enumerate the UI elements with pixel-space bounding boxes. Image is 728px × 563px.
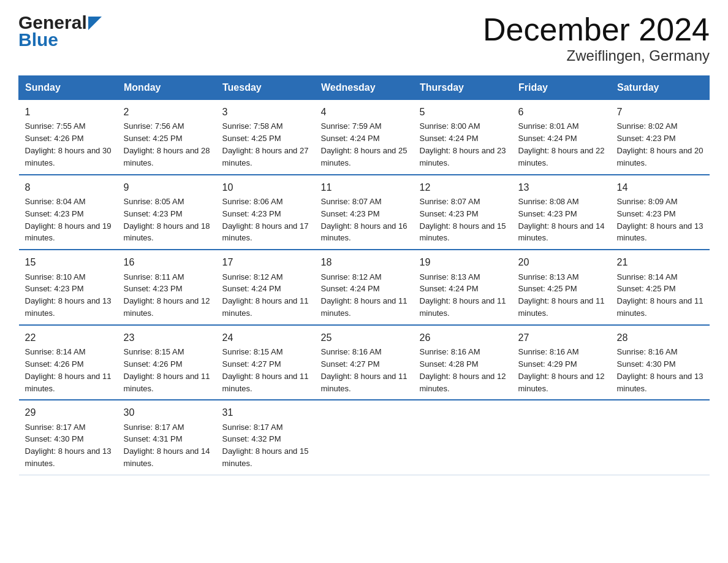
day-info: Sunrise: 8:14 AMSunset: 4:26 PMDaylight:… bbox=[25, 347, 112, 393]
calendar-cell: 12Sunrise: 8:07 AMSunset: 4:23 PMDayligh… bbox=[414, 175, 512, 250]
calendar-week-row: 22Sunrise: 8:14 AMSunset: 4:26 PMDayligh… bbox=[19, 325, 710, 400]
day-number: 30 bbox=[124, 405, 210, 419]
day-info: Sunrise: 8:13 AMSunset: 4:24 PMDaylight:… bbox=[420, 272, 506, 318]
calendar-cell: 7Sunrise: 8:02 AMSunset: 4:23 PMDaylight… bbox=[611, 100, 710, 175]
day-number: 2 bbox=[124, 105, 210, 119]
day-info: Sunrise: 8:17 AMSunset: 4:32 PMDaylight:… bbox=[222, 423, 309, 469]
weekday-header-wednesday: Wednesday bbox=[315, 76, 414, 100]
weekday-header-saturday: Saturday bbox=[611, 76, 710, 100]
day-number: 8 bbox=[25, 180, 112, 194]
calendar-cell: 16Sunrise: 8:11 AMSunset: 4:23 PMDayligh… bbox=[118, 250, 216, 325]
day-number: 23 bbox=[124, 331, 210, 345]
calendar-cell: 28Sunrise: 8:16 AMSunset: 4:30 PMDayligh… bbox=[611, 325, 710, 400]
day-number: 19 bbox=[420, 255, 506, 269]
calendar-cell: 15Sunrise: 8:10 AMSunset: 4:23 PMDayligh… bbox=[19, 250, 118, 325]
calendar-cell: 11Sunrise: 8:07 AMSunset: 4:23 PMDayligh… bbox=[315, 175, 414, 250]
calendar-cell: 24Sunrise: 8:15 AMSunset: 4:27 PMDayligh… bbox=[216, 325, 315, 400]
weekday-header-tuesday: Tuesday bbox=[216, 76, 315, 100]
calendar-cell: 6Sunrise: 8:01 AMSunset: 4:24 PMDaylight… bbox=[512, 100, 611, 175]
calendar-cell: 29Sunrise: 8:17 AMSunset: 4:30 PMDayligh… bbox=[19, 400, 118, 475]
page-header: General Blue December 2024 Zweiflingen, … bbox=[18, 12, 710, 64]
calendar-cell bbox=[315, 400, 414, 475]
calendar-cell: 26Sunrise: 8:16 AMSunset: 4:28 PMDayligh… bbox=[414, 325, 512, 400]
day-info: Sunrise: 8:06 AMSunset: 4:23 PMDaylight:… bbox=[222, 197, 309, 243]
day-info: Sunrise: 8:12 AMSunset: 4:24 PMDaylight:… bbox=[222, 272, 309, 318]
day-info: Sunrise: 8:08 AMSunset: 4:23 PMDaylight:… bbox=[518, 197, 605, 243]
calendar-table: SundayMondayTuesdayWednesdayThursdayFrid… bbox=[18, 75, 710, 475]
weekday-header-sunday: Sunday bbox=[19, 76, 118, 100]
weekday-header-monday: Monday bbox=[118, 76, 216, 100]
calendar-month-year: December 2024 bbox=[483, 12, 710, 47]
day-info: Sunrise: 8:01 AMSunset: 4:24 PMDaylight:… bbox=[518, 121, 605, 167]
weekday-header-row: SundayMondayTuesdayWednesdayThursdayFrid… bbox=[19, 76, 710, 100]
day-info: Sunrise: 8:02 AMSunset: 4:23 PMDaylight:… bbox=[617, 121, 703, 167]
calendar-cell: 27Sunrise: 8:16 AMSunset: 4:29 PMDayligh… bbox=[512, 325, 611, 400]
calendar-cell: 10Sunrise: 8:06 AMSunset: 4:23 PMDayligh… bbox=[216, 175, 315, 250]
calendar-cell: 22Sunrise: 8:14 AMSunset: 4:26 PMDayligh… bbox=[19, 325, 118, 400]
day-info: Sunrise: 8:04 AMSunset: 4:23 PMDaylight:… bbox=[25, 197, 112, 243]
day-number: 15 bbox=[25, 255, 112, 269]
day-number: 4 bbox=[321, 105, 408, 119]
calendar-cell: 13Sunrise: 8:08 AMSunset: 4:23 PMDayligh… bbox=[512, 175, 611, 250]
calendar-week-row: 1Sunrise: 7:55 AMSunset: 4:26 PMDaylight… bbox=[19, 100, 710, 175]
calendar-cell bbox=[611, 400, 710, 475]
calendar-cell bbox=[414, 400, 512, 475]
day-number: 10 bbox=[222, 180, 309, 194]
calendar-cell: 25Sunrise: 8:16 AMSunset: 4:27 PMDayligh… bbox=[315, 325, 414, 400]
day-number: 16 bbox=[124, 255, 210, 269]
day-number: 5 bbox=[420, 105, 506, 119]
calendar-cell: 18Sunrise: 8:12 AMSunset: 4:24 PMDayligh… bbox=[315, 250, 414, 325]
calendar-cell: 30Sunrise: 8:17 AMSunset: 4:31 PMDayligh… bbox=[118, 400, 216, 475]
day-number: 28 bbox=[617, 331, 703, 345]
calendar-cell: 20Sunrise: 8:13 AMSunset: 4:25 PMDayligh… bbox=[512, 250, 611, 325]
day-info: Sunrise: 8:07 AMSunset: 4:23 PMDaylight:… bbox=[420, 197, 506, 243]
calendar-cell: 31Sunrise: 8:17 AMSunset: 4:32 PMDayligh… bbox=[216, 400, 315, 475]
logo: General Blue bbox=[18, 12, 102, 50]
day-info: Sunrise: 8:07 AMSunset: 4:23 PMDaylight:… bbox=[321, 197, 408, 243]
calendar-cell: 4Sunrise: 7:59 AMSunset: 4:24 PMDaylight… bbox=[315, 100, 414, 175]
day-info: Sunrise: 8:10 AMSunset: 4:23 PMDaylight:… bbox=[25, 272, 112, 318]
day-info: Sunrise: 8:16 AMSunset: 4:30 PMDaylight:… bbox=[617, 347, 703, 393]
calendar-cell: 1Sunrise: 7:55 AMSunset: 4:26 PMDaylight… bbox=[19, 100, 118, 175]
day-info: Sunrise: 7:59 AMSunset: 4:24 PMDaylight:… bbox=[321, 121, 408, 167]
day-info: Sunrise: 8:14 AMSunset: 4:25 PMDaylight:… bbox=[617, 272, 703, 318]
day-info: Sunrise: 8:13 AMSunset: 4:25 PMDaylight:… bbox=[518, 272, 605, 318]
calendar-cell: 14Sunrise: 8:09 AMSunset: 4:23 PMDayligh… bbox=[611, 175, 710, 250]
calendar-cell: 21Sunrise: 8:14 AMSunset: 4:25 PMDayligh… bbox=[611, 250, 710, 325]
day-number: 20 bbox=[518, 255, 605, 269]
day-number: 26 bbox=[420, 331, 506, 345]
calendar-cell: 17Sunrise: 8:12 AMSunset: 4:24 PMDayligh… bbox=[216, 250, 315, 325]
svg-marker-0 bbox=[88, 17, 102, 30]
day-info: Sunrise: 8:16 AMSunset: 4:28 PMDaylight:… bbox=[420, 347, 506, 393]
day-info: Sunrise: 8:11 AMSunset: 4:23 PMDaylight:… bbox=[124, 272, 210, 318]
day-info: Sunrise: 8:12 AMSunset: 4:24 PMDaylight:… bbox=[321, 272, 408, 318]
day-number: 31 bbox=[222, 405, 309, 419]
weekday-header-thursday: Thursday bbox=[414, 76, 512, 100]
day-info: Sunrise: 8:09 AMSunset: 4:23 PMDaylight:… bbox=[617, 197, 703, 243]
calendar-cell: 9Sunrise: 8:05 AMSunset: 4:23 PMDaylight… bbox=[118, 175, 216, 250]
calendar-cell: 2Sunrise: 7:56 AMSunset: 4:25 PMDaylight… bbox=[118, 100, 216, 175]
day-info: Sunrise: 8:05 AMSunset: 4:23 PMDaylight:… bbox=[124, 197, 210, 243]
day-info: Sunrise: 8:17 AMSunset: 4:31 PMDaylight:… bbox=[124, 423, 210, 469]
day-number: 29 bbox=[25, 405, 112, 419]
calendar-week-row: 29Sunrise: 8:17 AMSunset: 4:30 PMDayligh… bbox=[19, 400, 710, 475]
calendar-cell: 3Sunrise: 7:58 AMSunset: 4:25 PMDaylight… bbox=[216, 100, 315, 175]
day-number: 13 bbox=[518, 180, 605, 194]
calendar-cell: 5Sunrise: 8:00 AMSunset: 4:24 PMDaylight… bbox=[414, 100, 512, 175]
day-number: 3 bbox=[222, 105, 309, 119]
day-info: Sunrise: 8:15 AMSunset: 4:26 PMDaylight:… bbox=[124, 347, 210, 393]
day-info: Sunrise: 8:16 AMSunset: 4:29 PMDaylight:… bbox=[518, 347, 605, 393]
calendar-week-row: 8Sunrise: 8:04 AMSunset: 4:23 PMDaylight… bbox=[19, 175, 710, 250]
calendar-week-row: 15Sunrise: 8:10 AMSunset: 4:23 PMDayligh… bbox=[19, 250, 710, 325]
calendar-location: Zweiflingen, Germany bbox=[483, 47, 710, 64]
day-number: 1 bbox=[25, 105, 112, 119]
calendar-cell bbox=[512, 400, 611, 475]
weekday-header-friday: Friday bbox=[512, 76, 611, 100]
day-info: Sunrise: 8:17 AMSunset: 4:30 PMDaylight:… bbox=[25, 423, 112, 469]
day-number: 27 bbox=[518, 331, 605, 345]
day-number: 17 bbox=[222, 255, 309, 269]
day-info: Sunrise: 7:58 AMSunset: 4:25 PMDaylight:… bbox=[222, 121, 309, 167]
calendar-cell: 8Sunrise: 8:04 AMSunset: 4:23 PMDaylight… bbox=[19, 175, 118, 250]
logo-arrow-icon bbox=[88, 17, 102, 30]
day-info: Sunrise: 7:56 AMSunset: 4:25 PMDaylight:… bbox=[124, 121, 210, 167]
